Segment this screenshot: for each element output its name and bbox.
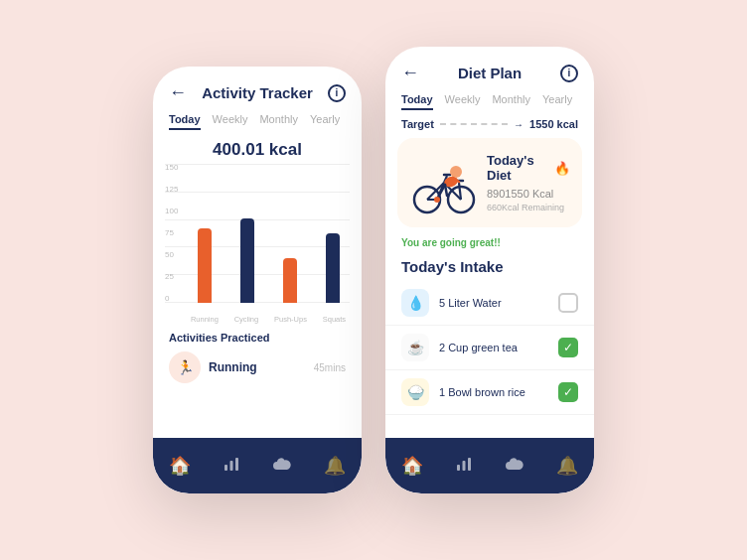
activity-title: Activity Tracker: [202, 84, 313, 101]
nav-bell-icon[interactable]: 🔔: [324, 455, 346, 477]
info-button[interactable]: i: [328, 84, 346, 102]
tab-weekly[interactable]: Weekly: [213, 113, 248, 130]
nav-cloud-icon[interactable]: [272, 456, 292, 477]
tea-icon: ☕: [401, 334, 429, 361]
diet-amount: 8901550 Kcal: [487, 183, 570, 203]
bar-group-running: [198, 228, 212, 303]
activity-tracker-phone: ← Activity Tracker i Today Weekly Monthl…: [153, 67, 362, 493]
phones-container: ← Activity Tracker i Today Weekly Monthl…: [153, 67, 594, 493]
diet-tab-yearly[interactable]: Yearly: [542, 93, 572, 110]
activity-tabs: Today Weekly Monthly Yearly: [153, 103, 362, 130]
diet-info-button[interactable]: i: [560, 65, 578, 82]
target-dots: [440, 123, 508, 125]
diet-nav-home-icon[interactable]: 🏠: [401, 455, 423, 477]
y-label: 100: [165, 208, 178, 215]
diet-header: ← Diet Plan i: [385, 47, 594, 83]
diet-title: Diet Plan: [458, 65, 522, 81]
bar-group-cycling: [240, 218, 254, 303]
diet-tabs: Today Weekly Monthly Yearly: [385, 83, 594, 110]
svg-rect-2: [235, 458, 238, 471]
kcal-total: 400.01 kcal: [153, 130, 362, 164]
cyclist-figure: [409, 148, 479, 217]
bars-container: [183, 184, 354, 303]
bottom-nav: 🏠 🔔: [153, 438, 362, 493]
activity-chart: 150 125 100 75 50 25 0: [153, 164, 362, 323]
tea-checkbox[interactable]: ✓: [558, 338, 578, 357]
target-label: Target: [401, 118, 434, 130]
water-checkbox[interactable]: [558, 293, 578, 313]
back-button[interactable]: ←: [169, 82, 187, 103]
rice-checkbox[interactable]: ✓: [558, 382, 578, 402]
diet-back-button[interactable]: ←: [401, 63, 419, 83]
activities-section: Activities Practiced 🏃 Running 45mins: [153, 324, 362, 383]
tab-monthly[interactable]: Monthly: [259, 113, 298, 130]
nav-home-icon[interactable]: 🏠: [169, 455, 191, 477]
activity-duration: 45mins: [314, 362, 346, 373]
diet-nav-cloud-icon[interactable]: [505, 456, 524, 477]
diet-tab-weekly[interactable]: Weekly: [445, 93, 481, 110]
diet-bottom-nav: 🏠 🔔: [385, 438, 594, 493]
flame-icon: 🔥: [554, 161, 570, 176]
gridline: [165, 164, 350, 165]
y-label: 50: [165, 251, 178, 259]
diet-nav-chart-icon[interactable]: [455, 455, 473, 478]
nav-chart-icon[interactable]: [223, 455, 240, 478]
y-label: 0: [165, 295, 178, 303]
bar-2: [283, 258, 297, 303]
svg-rect-1: [230, 461, 233, 471]
bar-3: [326, 233, 340, 303]
y-label: 75: [165, 229, 178, 237]
svg-rect-0: [224, 465, 227, 471]
target-kcal: 1550 kcal: [529, 118, 578, 130]
y-label: 25: [165, 273, 178, 281]
intake-title: Today's Intake: [385, 254, 594, 281]
intake-item-tea: ☕ 2 Cup green tea ✓: [385, 326, 594, 370]
svg-point-15: [450, 166, 462, 178]
activity-item: 🏃 Running 45mins: [169, 351, 346, 383]
y-label: 150: [165, 164, 178, 172]
activity-header: ← Activity Tracker i: [153, 67, 362, 103]
activity-icon: 🏃: [169, 351, 201, 383]
target-row: Target → 1550 kcal: [385, 110, 594, 130]
diet-card: Today's Diet 🔥 8901550 Kcal 660Kcal Rema…: [397, 138, 582, 227]
bar-0: [198, 228, 212, 303]
bar-1: [240, 218, 254, 303]
diet-nav-bell-icon[interactable]: 🔔: [556, 455, 578, 477]
diet-info: Today's Diet 🔥 8901550 Kcal 660Kcal Rema…: [487, 153, 570, 212]
svg-rect-21: [468, 458, 471, 471]
tab-yearly[interactable]: Yearly: [310, 113, 340, 130]
activities-title: Activities Practiced: [169, 332, 346, 344]
diet-tab-monthly[interactable]: Monthly: [492, 93, 530, 110]
target-arrow: →: [514, 119, 523, 130]
rice-icon: 🍚: [401, 378, 429, 406]
intake-rice-name: 1 Bowl brown rice: [439, 386, 548, 398]
diet-tab-today[interactable]: Today: [401, 93, 433, 110]
intake-water-name: 5 Liter Water: [439, 297, 548, 309]
activity-name: Running: [209, 360, 306, 374]
intake-item-water: 💧 5 Liter Water: [385, 281, 594, 326]
bar-group-pushups: [283, 258, 297, 303]
svg-rect-20: [463, 461, 466, 471]
bar-group-squats: [326, 233, 340, 303]
svg-rect-19: [457, 465, 460, 471]
y-axis-labels: 150 125 100 75 50 25 0: [165, 164, 178, 303]
tab-today[interactable]: Today: [169, 113, 201, 130]
diet-label: Today's Diet 🔥: [487, 153, 570, 183]
diet-plan-phone: ← Diet Plan i Today Weekly Monthly Yearl…: [385, 47, 594, 493]
y-label: 125: [165, 186, 178, 194]
svg-point-13: [434, 197, 440, 203]
encouragement-text: You are going great!!: [385, 235, 594, 254]
intake-item-rice: 🍚 1 Bowl brown rice ✓: [385, 370, 594, 415]
running-icon: 🏃: [177, 359, 194, 375]
water-icon: 💧: [401, 289, 429, 317]
remaining-text: 660Kcal Remaining: [487, 203, 570, 212]
intake-tea-name: 2 Cup green tea: [439, 342, 548, 353]
